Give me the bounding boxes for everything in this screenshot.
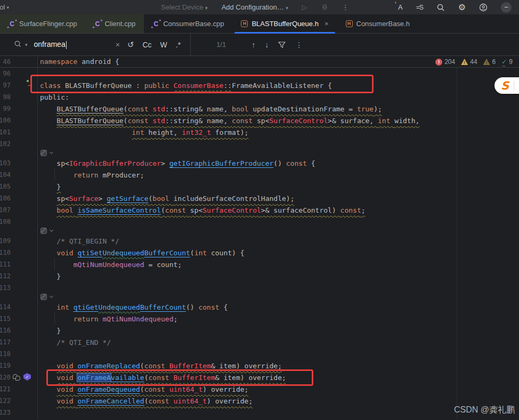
subclassed-gutter-icon[interactable]: → xyxy=(28,82,32,88)
tab-label: BLASTBufferQueue.h xyxy=(252,20,319,28)
code-line[interactable]: 108 xyxy=(0,216,519,228)
gutter xyxy=(11,169,38,181)
divider xyxy=(514,81,514,91)
project-widget[interactable]: rol ▾ xyxy=(0,3,9,11)
gutter: ✓ xyxy=(11,371,38,383)
code-line[interactable]: 119void onFrameReplaced(const BufferItem… xyxy=(0,360,519,371)
regex-toggle[interactable]: .* xyxy=(176,41,181,49)
code-line[interactable]: 102 xyxy=(0,138,519,150)
line-number: 98 xyxy=(0,93,11,101)
warning-icon: ! xyxy=(461,59,468,65)
line-number: 114 xyxy=(0,303,11,311)
tab-client-cpp[interactable]: CClient.cpp xyxy=(85,14,144,33)
filter-icon[interactable] xyxy=(278,41,286,49)
code-line[interactable]: 117/* QTI_END */ xyxy=(0,336,519,348)
code-line[interactable]: 121void onFrameDequeued(const uint64_t) … xyxy=(0,383,519,395)
line-number: 110 xyxy=(0,249,11,256)
match-case-toggle[interactable]: Cc xyxy=(142,41,151,49)
inlay-hint-row[interactable] xyxy=(0,228,519,235)
profile-icon[interactable] xyxy=(479,3,488,12)
shield-check-gutter-icon[interactable]: ✓ xyxy=(23,373,31,381)
code-line[interactable]: 98public: xyxy=(0,91,519,103)
code-text: } xyxy=(38,272,61,280)
gutter xyxy=(11,247,38,259)
chevron-down-icon: ▾ xyxy=(286,5,288,11)
code-line[interactable]: 118 xyxy=(0,348,519,360)
code-line[interactable]: 116} xyxy=(0,325,519,336)
code-line[interactable]: 112} xyxy=(0,270,519,282)
overrides-gutter-icon[interactable] xyxy=(13,374,20,381)
tab-label: ConsumerBase.h xyxy=(356,20,410,28)
bug-icon[interactable] xyxy=(321,3,328,12)
code-vision-icon[interactable] xyxy=(40,228,53,234)
structural-search-icon[interactable]: =S xyxy=(416,4,423,11)
more-vertical-icon[interactable]: ⋮ xyxy=(342,3,349,11)
search-icon[interactable] xyxy=(436,3,445,12)
whole-words-toggle[interactable]: W xyxy=(160,41,167,49)
minimize-icon[interactable]: − xyxy=(501,2,512,13)
code-line[interactable]: 107bool isSameSurfaceControl(const sp<Su… xyxy=(0,204,519,216)
inlay-hint-row[interactable] xyxy=(0,150,519,157)
extension-widget[interactable]: S xyxy=(494,77,519,94)
code-line[interactable]: 123 xyxy=(0,407,519,418)
code-text xyxy=(38,294,53,302)
code-text: BLASTBufferQueue(const std::string& name… xyxy=(38,117,419,125)
search-input[interactable]: onframea xyxy=(34,40,67,49)
code-line[interactable]: 110void qtiSetUndequeuedBufferCount(int … xyxy=(0,247,519,259)
cpp-file-icon: C xyxy=(94,20,101,28)
line-number: 99 xyxy=(0,105,11,112)
settings-icon[interactable]: ⚙ xyxy=(458,2,466,12)
code-line[interactable]: 99BLASTBufferQueue(const std::string& na… xyxy=(0,103,519,115)
code-line[interactable]: 106sp<Surface> getSurface(bool includeSu… xyxy=(0,192,519,204)
search-history-icon[interactable]: ↺ xyxy=(127,40,134,50)
match-counter: 1/1 xyxy=(216,41,226,49)
line-number: 100 xyxy=(0,117,11,124)
code-line[interactable]: 105} xyxy=(0,181,519,192)
chevron-down-icon: ▾ xyxy=(25,42,28,47)
run-icon[interactable]: ▷ xyxy=(302,3,307,11)
code-text: void qtiSetUndequeuedBufferCount(int cou… xyxy=(38,249,245,257)
run-configuration-selector[interactable]: Add Configuration… ▾ xyxy=(222,3,288,11)
code-editor[interactable]: 46namespace android { 9697→class BLASTBu… xyxy=(0,56,519,418)
code-line[interactable]: 115return mQtiNumUndequeued; xyxy=(0,313,519,325)
tab-blastbufferqueue-h[interactable]: HBLASTBufferQueue.h× xyxy=(232,14,337,33)
code-text xyxy=(38,150,53,158)
inlay-hint-row[interactable] xyxy=(0,294,519,301)
code-line[interactable]: 120✓void onFrameAvailable(const BufferIt… xyxy=(0,371,519,383)
tab-label: Client.cpp xyxy=(104,20,135,28)
line-number: 111 xyxy=(0,261,11,268)
gutter xyxy=(11,115,38,126)
next-match-icon[interactable]: ↓ xyxy=(265,41,269,49)
code-line[interactable]: 114int qtiGetUndequeuedBufferCount() con… xyxy=(0,301,519,313)
code-vision-icon[interactable] xyxy=(40,150,53,156)
line-number: 122 xyxy=(0,397,11,405)
s-logo-icon: S xyxy=(501,79,509,92)
tab-consumerbase-h[interactable]: HConsumerBase.h xyxy=(337,14,418,33)
gutter xyxy=(11,294,38,301)
code-line[interactable]: 100BLASTBufferQueue(const std::string& n… xyxy=(0,115,519,126)
more-vertical-icon[interactable]: ⋮ xyxy=(295,41,303,49)
code-line[interactable]: 109/* QTI_BEGIN */ xyxy=(0,235,519,247)
translate-icon[interactable]: A xyxy=(398,3,403,11)
code-line[interactable]: 101int height, int32_t format); xyxy=(0,126,519,138)
code-line[interactable]: 97→class BLASTBufferQueue : public Consu… xyxy=(0,79,519,91)
tab-surfaceflinger-cpp[interactable]: CSurfaceFlinger.cpp xyxy=(0,14,85,33)
code-line[interactable]: 96 xyxy=(0,68,519,79)
gutter xyxy=(11,301,38,313)
inspections-widget[interactable]: !204 !44 !6 ✓9 xyxy=(435,58,513,66)
code-line[interactable]: 111mQtiNumUndequeued = count; xyxy=(0,259,519,270)
device-selector[interactable]: Select Device ▾ xyxy=(161,3,208,11)
code-vision-icon[interactable] xyxy=(40,294,53,300)
code-line[interactable]: 103sp<IGraphicBufferProducer> getIGraphi… xyxy=(0,157,519,169)
code-line[interactable]: 122void onFrameCancelled(const uint64_t)… xyxy=(0,395,519,407)
code-line[interactable]: 104return mProducer; xyxy=(0,169,519,181)
previous-match-icon[interactable]: ↑ xyxy=(252,41,255,49)
clear-search-icon[interactable]: × xyxy=(116,41,120,49)
gutter xyxy=(11,91,38,103)
close-icon[interactable]: × xyxy=(325,20,329,28)
search-mode-icon[interactable] xyxy=(14,40,22,50)
chevron-down-icon: ▾ xyxy=(205,5,208,11)
gutter xyxy=(11,259,38,270)
tab-consumerbase-cpp[interactable]: CConsumerBase.cpp xyxy=(144,14,232,33)
code-line[interactable]: 113 xyxy=(0,282,519,294)
